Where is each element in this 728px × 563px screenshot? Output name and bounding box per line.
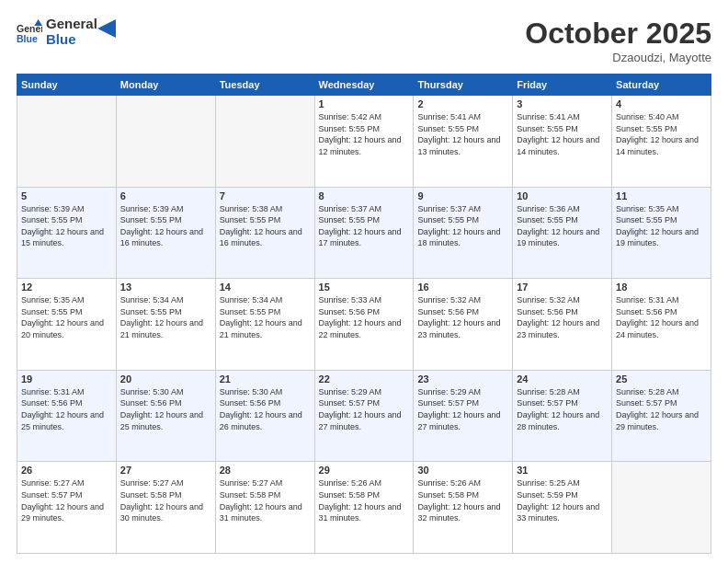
calendar-cell: 10Sunrise: 5:36 AMSunset: 5:55 PMDayligh… [513, 187, 612, 279]
cell-info: Sunrise: 5:34 AMSunset: 5:55 PMDaylight:… [120, 294, 211, 340]
calendar-cell: 20Sunrise: 5:30 AMSunset: 5:56 PMDayligh… [116, 370, 215, 462]
calendar-cell: 22Sunrise: 5:29 AMSunset: 5:57 PMDayligh… [314, 370, 414, 462]
cell-info: Sunrise: 5:35 AMSunset: 5:55 PMDaylight:… [616, 203, 707, 249]
cell-info: Sunrise: 5:26 AMSunset: 5:58 PMDaylight:… [417, 477, 508, 523]
calendar-cell: 26Sunrise: 5:27 AMSunset: 5:57 PMDayligh… [17, 462, 117, 554]
day-number: 30 [417, 465, 508, 476]
calendar-cell: 19Sunrise: 5:31 AMSunset: 5:56 PMDayligh… [17, 370, 117, 462]
month-title: October 2025 [525, 17, 711, 51]
calendar-row: 1Sunrise: 5:42 AMSunset: 5:55 PMDaylight… [17, 96, 711, 188]
calendar-cell: 25Sunrise: 5:28 AMSunset: 5:57 PMDayligh… [612, 370, 711, 462]
calendar-cell: 11Sunrise: 5:35 AMSunset: 5:55 PMDayligh… [612, 187, 711, 279]
calendar-cell: 4Sunrise: 5:40 AMSunset: 5:55 PMDaylight… [612, 96, 711, 188]
cell-info: Sunrise: 5:35 AMSunset: 5:55 PMDaylight:… [21, 294, 112, 340]
calendar-cell: 9Sunrise: 5:37 AMSunset: 5:55 PMDaylight… [414, 187, 513, 279]
calendar-cell: 17Sunrise: 5:32 AMSunset: 5:56 PMDayligh… [513, 279, 612, 371]
cell-info: Sunrise: 5:29 AMSunset: 5:57 PMDaylight:… [319, 386, 410, 432]
day-number: 10 [517, 190, 608, 201]
svg-marker-3 [97, 19, 116, 38]
header-wednesday: Wednesday [314, 75, 414, 96]
calendar-cell [612, 462, 711, 554]
day-number: 22 [319, 373, 410, 385]
calendar-row: 26Sunrise: 5:27 AMSunset: 5:57 PMDayligh… [17, 462, 711, 554]
cell-info: Sunrise: 5:27 AMSunset: 5:57 PMDaylight:… [21, 477, 112, 523]
logo-icon: General Blue [17, 19, 42, 45]
cell-info: Sunrise: 5:32 AMSunset: 5:56 PMDaylight:… [517, 294, 608, 340]
calendar-cell: 18Sunrise: 5:31 AMSunset: 5:56 PMDayligh… [612, 279, 711, 371]
day-number: 5 [21, 190, 112, 201]
calendar-cell: 8Sunrise: 5:37 AMSunset: 5:55 PMDaylight… [314, 187, 414, 279]
cell-info: Sunrise: 5:41 AMSunset: 5:55 PMDaylight:… [517, 111, 608, 157]
day-number: 14 [220, 282, 311, 293]
day-number: 1 [319, 98, 410, 109]
cell-info: Sunrise: 5:39 AMSunset: 5:55 PMDaylight:… [21, 203, 112, 249]
calendar-cell: 6Sunrise: 5:39 AMSunset: 5:55 PMDaylight… [116, 187, 215, 279]
header-sunday: Sunday [17, 75, 117, 96]
calendar-cell: 12Sunrise: 5:35 AMSunset: 5:55 PMDayligh… [17, 279, 117, 371]
cell-info: Sunrise: 5:27 AMSunset: 5:58 PMDaylight:… [120, 477, 211, 523]
calendar-cell: 2Sunrise: 5:41 AMSunset: 5:55 PMDaylight… [414, 96, 513, 188]
calendar-cell: 27Sunrise: 5:27 AMSunset: 5:58 PMDayligh… [116, 462, 215, 554]
day-number: 19 [21, 373, 112, 385]
calendar-cell: 5Sunrise: 5:39 AMSunset: 5:55 PMDaylight… [17, 187, 117, 279]
cell-info: Sunrise: 5:37 AMSunset: 5:55 PMDaylight:… [319, 203, 410, 249]
day-number: 9 [417, 190, 508, 201]
day-number: 18 [616, 282, 707, 293]
day-number: 11 [616, 190, 707, 201]
logo-arrow-icon [97, 19, 116, 38]
calendar-header-row: Sunday Monday Tuesday Wednesday Thursday… [17, 75, 711, 96]
cell-info: Sunrise: 5:29 AMSunset: 5:57 PMDaylight:… [417, 386, 508, 432]
title-block: October 2025 Dzaoudzi, Mayotte [525, 17, 711, 64]
day-number: 16 [417, 282, 508, 293]
day-number: 28 [220, 465, 311, 476]
calendar-cell: 16Sunrise: 5:32 AMSunset: 5:56 PMDayligh… [414, 279, 513, 371]
day-number: 17 [517, 282, 608, 293]
day-number: 20 [120, 373, 211, 385]
calendar-cell: 21Sunrise: 5:30 AMSunset: 5:56 PMDayligh… [215, 370, 314, 462]
header-tuesday: Tuesday [215, 75, 314, 96]
cell-info: Sunrise: 5:27 AMSunset: 5:58 PMDaylight:… [220, 477, 311, 523]
header-thursday: Thursday [414, 75, 513, 96]
day-number: 6 [120, 190, 211, 201]
calendar-cell: 31Sunrise: 5:25 AMSunset: 5:59 PMDayligh… [513, 462, 612, 554]
cell-info: Sunrise: 5:39 AMSunset: 5:55 PMDaylight:… [120, 203, 211, 249]
header-monday: Monday [116, 75, 215, 96]
calendar-cell: 15Sunrise: 5:33 AMSunset: 5:56 PMDayligh… [314, 279, 414, 371]
calendar-cell [17, 96, 117, 188]
cell-info: Sunrise: 5:40 AMSunset: 5:55 PMDaylight:… [616, 111, 707, 157]
cell-info: Sunrise: 5:28 AMSunset: 5:57 PMDaylight:… [517, 386, 608, 432]
page: General Blue General Blue October 2025 D… [0, 0, 728, 563]
calendar-cell: 7Sunrise: 5:38 AMSunset: 5:55 PMDaylight… [215, 187, 314, 279]
calendar-table: Sunday Monday Tuesday Wednesday Thursday… [17, 74, 711, 554]
day-number: 21 [220, 373, 311, 385]
day-number: 29 [319, 465, 410, 476]
logo-general: General [46, 17, 97, 32]
day-number: 15 [319, 282, 410, 293]
cell-info: Sunrise: 5:34 AMSunset: 5:55 PMDaylight:… [220, 294, 311, 340]
calendar-cell: 3Sunrise: 5:41 AMSunset: 5:55 PMDaylight… [513, 96, 612, 188]
calendar-cell: 24Sunrise: 5:28 AMSunset: 5:57 PMDayligh… [513, 370, 612, 462]
calendar-cell [215, 96, 314, 188]
calendar-row: 5Sunrise: 5:39 AMSunset: 5:55 PMDaylight… [17, 187, 711, 279]
calendar-cell: 14Sunrise: 5:34 AMSunset: 5:55 PMDayligh… [215, 279, 314, 371]
cell-info: Sunrise: 5:37 AMSunset: 5:55 PMDaylight:… [417, 203, 508, 249]
cell-info: Sunrise: 5:32 AMSunset: 5:56 PMDaylight:… [417, 294, 508, 340]
cell-info: Sunrise: 5:42 AMSunset: 5:55 PMDaylight:… [319, 111, 410, 157]
day-number: 27 [120, 465, 211, 476]
cell-info: Sunrise: 5:30 AMSunset: 5:56 PMDaylight:… [220, 386, 311, 432]
cell-info: Sunrise: 5:28 AMSunset: 5:57 PMDaylight:… [616, 386, 707, 432]
cell-info: Sunrise: 5:26 AMSunset: 5:58 PMDaylight:… [319, 477, 410, 523]
location-subtitle: Dzaoudzi, Mayotte [525, 51, 711, 64]
calendar-cell [116, 96, 215, 188]
header-saturday: Saturday [612, 75, 711, 96]
day-number: 12 [21, 282, 112, 293]
day-number: 26 [21, 465, 112, 476]
calendar-cell: 30Sunrise: 5:26 AMSunset: 5:58 PMDayligh… [414, 462, 513, 554]
cell-info: Sunrise: 5:31 AMSunset: 5:56 PMDaylight:… [21, 386, 112, 432]
day-number: 25 [616, 373, 707, 385]
day-number: 3 [517, 98, 608, 109]
logo: General Blue General Blue [17, 17, 116, 47]
cell-info: Sunrise: 5:33 AMSunset: 5:56 PMDaylight:… [319, 294, 410, 340]
svg-text:Blue: Blue [17, 32, 38, 43]
calendar-cell: 13Sunrise: 5:34 AMSunset: 5:55 PMDayligh… [116, 279, 215, 371]
